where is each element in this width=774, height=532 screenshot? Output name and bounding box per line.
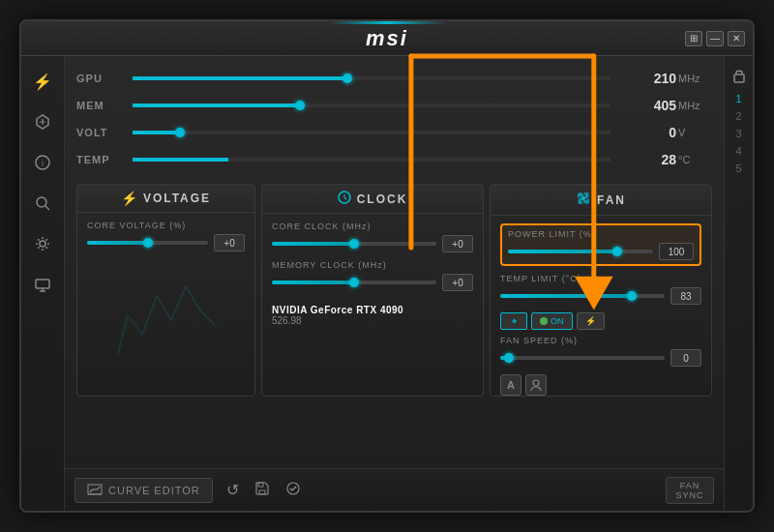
lightning-button[interactable]: ⚡ xyxy=(577,312,605,330)
bottom-icons: ↺ xyxy=(226,481,301,500)
core-clock-value[interactable]: +0 xyxy=(442,235,473,252)
temp-bar-fill xyxy=(133,158,228,162)
sidebar-item-settings[interactable] xyxy=(27,228,58,259)
fan-title: FAN xyxy=(597,193,626,207)
fan-icon xyxy=(576,191,591,209)
core-voltage-label: CORE VOLTAGE (%) xyxy=(87,221,245,230)
minimize-btn[interactable]: — xyxy=(706,31,724,46)
fan-speed-control: FAN SPEED (%) 0 xyxy=(500,336,701,367)
profile-button[interactable] xyxy=(525,374,547,396)
reset-icon[interactable]: ↺ xyxy=(226,481,239,499)
temp-value: 28 xyxy=(618,152,676,167)
volt-value: 0 xyxy=(618,125,676,140)
fan-panel-body: POWER LIMIT (%) 100 TEMP LIMIT (°C) xyxy=(491,216,711,397)
temp-limit-label: TEMP LIMIT (°C) xyxy=(500,274,701,283)
mem-value: 405 xyxy=(618,98,676,113)
main-content: GPU 210 MHz MEM 405 MHz VOLT xyxy=(65,56,724,511)
voltage-panel-header: ⚡ VOLTAGE xyxy=(77,185,254,213)
temp-limit-slider-row: 83 xyxy=(500,287,701,305)
fan-speed-slider[interactable] xyxy=(500,356,665,360)
mem-label: MEM xyxy=(76,100,125,111)
fan-speed-slider-row: 0 xyxy=(500,349,701,367)
lock-icon[interactable] xyxy=(728,64,751,87)
fan-speed-value[interactable]: 0 xyxy=(670,349,701,367)
temp-stat-row: TEMP 28 °C xyxy=(76,147,712,172)
sidebar-item-monitor[interactable] xyxy=(27,269,58,300)
profile-5[interactable]: 5 xyxy=(735,163,741,174)
power-limit-control: POWER LIMIT (%) 100 xyxy=(500,223,701,266)
close-btn[interactable]: ✕ xyxy=(728,31,745,46)
profile-2[interactable]: 2 xyxy=(735,110,741,122)
link-button[interactable] xyxy=(500,312,527,330)
sidebar-item-info[interactable]: i xyxy=(27,147,58,178)
fan-sync-button[interactable]: FAN SYNC xyxy=(666,477,714,504)
mem-bar-fill xyxy=(133,103,300,107)
mem-thumb xyxy=(295,101,305,110)
apply-icon[interactable] xyxy=(285,481,301,500)
core-voltage-slider[interactable] xyxy=(87,241,208,245)
clock-icon xyxy=(338,191,351,207)
svg-text:i: i xyxy=(42,159,44,168)
fan-speed-label: FAN SPEED (%) xyxy=(500,336,701,345)
gpu-bar-fill xyxy=(133,76,347,80)
voltage-icon: ⚡ xyxy=(121,191,137,206)
right-sidebar: 1 2 3 4 5 xyxy=(724,56,753,511)
temp-limit-slider[interactable] xyxy=(500,294,665,298)
core-clock-slider-row: +0 xyxy=(272,235,473,252)
fan-panel-header: FAN xyxy=(491,185,711,216)
power-limit-slider[interactable] xyxy=(508,250,653,253)
temp-unit: °C xyxy=(678,154,712,165)
profile-4[interactable]: 4 xyxy=(735,145,741,157)
app-logo: msi xyxy=(366,26,408,51)
sidebar-item-search[interactable] xyxy=(27,188,58,219)
window-controls: ⊞ — ✕ xyxy=(685,31,745,46)
memory-clock-value[interactable]: +0 xyxy=(442,274,473,291)
curve-editor-button[interactable]: CURVE EDITOR xyxy=(74,478,213,503)
title-accent xyxy=(329,21,445,24)
svg-rect-13 xyxy=(258,483,263,487)
core-voltage-value[interactable]: +0 xyxy=(214,234,245,251)
gpu-version: 526.98 xyxy=(272,315,473,326)
panels-container: ⚡ VOLTAGE CORE VOLTAGE (%) +0 xyxy=(76,184,712,397)
voltage-panel-body: CORE VOLTAGE (%) +0 xyxy=(77,213,254,267)
save-icon[interactable] xyxy=(254,481,270,500)
temp-limit-control: TEMP LIMIT (°C) 83 xyxy=(500,274,701,305)
volt-bar-fill xyxy=(133,131,180,134)
gpu-label: GPU xyxy=(76,73,125,84)
svg-line-3 xyxy=(45,206,49,210)
gpu-name: NVIDIA GeForce RTX 4090 xyxy=(272,305,473,315)
svg-point-9 xyxy=(533,380,539,386)
svg-point-4 xyxy=(40,241,45,247)
power-limit-value[interactable]: 100 xyxy=(659,243,694,260)
stats-section: GPU 210 MHz MEM 405 MHz VOLT xyxy=(76,66,712,172)
sidebar-item-overclock[interactable]: ⚡ xyxy=(27,66,58,97)
gpu-unit: MHz xyxy=(678,73,712,84)
mem-stat-row: MEM 405 MHz xyxy=(76,93,712,118)
mem-bar xyxy=(133,103,610,107)
bottom-bar: CURVE EDITOR ↺ FAN SYNC xyxy=(65,468,724,511)
svg-rect-6 xyxy=(734,74,744,82)
temp-limit-value[interactable]: 83 xyxy=(670,287,701,305)
fan-bottom-buttons: A xyxy=(500,374,701,396)
core-clock-slider[interactable] xyxy=(272,242,436,246)
on-button[interactable]: ON xyxy=(531,312,573,330)
profile-1[interactable]: 1 xyxy=(735,93,741,104)
profile-3[interactable]: 3 xyxy=(735,128,741,139)
svg-rect-5 xyxy=(36,280,49,288)
title-bar: msi ⊞ — ✕ xyxy=(21,21,753,56)
gpu-value: 210 xyxy=(618,71,676,86)
volt-bar xyxy=(133,131,610,134)
temp-label: TEMP xyxy=(76,154,125,165)
power-limit-label: POWER LIMIT (%) xyxy=(508,229,694,239)
left-sidebar: ⚡ i xyxy=(21,56,65,511)
power-limit-slider-row: 100 xyxy=(508,243,694,260)
clock-panel-body: CORE CLOCK (MHz) +0 MEMORY CLOCK (MHz) xyxy=(262,214,483,336)
clock-panel: CLOCK CORE CLOCK (MHz) +0 xyxy=(261,184,484,397)
fan-panel: FAN POWER LIMIT (%) 100 xyxy=(490,184,712,397)
windows-btn[interactable]: ⊞ xyxy=(685,31,702,46)
sidebar-item-gaming[interactable] xyxy=(27,106,58,137)
memory-clock-label: MEMORY CLOCK (MHz) xyxy=(272,260,473,270)
memory-clock-slider[interactable] xyxy=(272,281,436,284)
mem-unit: MHz xyxy=(678,100,712,111)
a-button[interactable]: A xyxy=(500,374,521,396)
